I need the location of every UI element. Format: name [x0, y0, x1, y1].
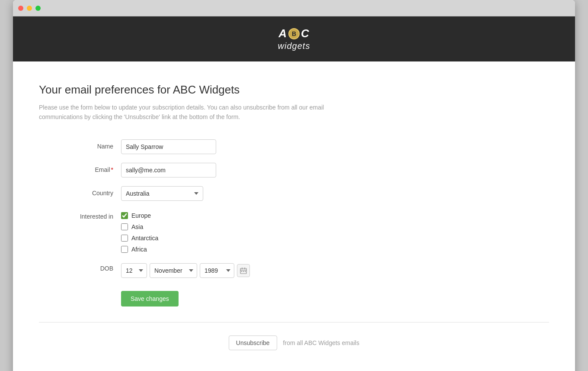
checkbox-europe[interactable]: Europe	[121, 212, 158, 219]
logo: A B C widgets	[278, 27, 310, 51]
email-row: Email*	[65, 163, 549, 177]
checkbox-europe-label: Europe	[131, 212, 151, 219]
page-description: Please use the form below to update your…	[39, 103, 342, 122]
unsubscribe-text: from all ABC Widgets emails	[283, 339, 360, 346]
save-spacer	[65, 287, 121, 290]
checkbox-asia-label: Asia	[131, 223, 143, 230]
dob-day-select[interactable]: 12 123 456 789 1011 131415 161718 192021…	[121, 263, 147, 278]
close-dot[interactable]	[18, 6, 23, 11]
save-row: Save changes	[65, 287, 549, 309]
dob-label: DOB	[65, 261, 121, 272]
checkbox-africa-input[interactable]	[121, 246, 128, 253]
email-input[interactable]	[121, 163, 216, 177]
checkbox-asia[interactable]: Asia	[121, 223, 158, 230]
site-header: A B C widgets	[13, 16, 575, 61]
calendar-icon[interactable]	[237, 264, 250, 277]
unsubscribe-button[interactable]: Unsubscribe	[229, 336, 277, 350]
checkbox-asia-input[interactable]	[121, 223, 128, 230]
checkbox-africa[interactable]: Africa	[121, 246, 158, 253]
svg-rect-6	[245, 271, 246, 272]
dob-row: DOB 12 123 456 789 1011 131415 161718 19…	[65, 261, 549, 278]
interested-label: Interested in	[65, 210, 121, 220]
save-button[interactable]: Save changes	[121, 291, 179, 306]
name-row: Name	[65, 139, 549, 154]
logo-top: A B C	[278, 27, 310, 40]
name-input[interactable]	[121, 139, 216, 154]
page-title: Your email preferences for ABC Widgets	[39, 83, 549, 97]
page-wrapper: A B C widgets Your email preferences for…	[13, 16, 575, 371]
interested-row: Interested in Europe Asia Antarctica	[65, 210, 549, 253]
country-label: Country	[65, 186, 121, 197]
minimize-dot[interactable]	[27, 6, 32, 11]
country-select[interactable]: Australia United Kingdom United States C…	[121, 186, 203, 201]
checkbox-antarctica-label: Antarctica	[131, 235, 158, 242]
logo-letter-a: A	[278, 27, 287, 40]
logo-coin: B	[288, 28, 300, 39]
checkbox-africa-label: Africa	[131, 246, 147, 253]
logo-subtitle: widgets	[278, 41, 310, 51]
svg-rect-4	[241, 271, 242, 272]
dob-fields: 12 123 456 789 1011 131415 161718 192021…	[121, 261, 250, 278]
browser-chrome	[13, 0, 575, 16]
logo-letter-c: C	[301, 27, 310, 40]
form-section: Name Email* Country Australia United Kin…	[65, 139, 549, 309]
checkbox-antarctica[interactable]: Antarctica	[121, 235, 158, 242]
maximize-dot[interactable]	[35, 6, 41, 11]
divider	[39, 322, 549, 323]
svg-rect-5	[243, 271, 244, 272]
browser-frame: A B C widgets Your email preferences for…	[13, 0, 575, 371]
main-content: Your email preferences for ABC Widgets P…	[13, 61, 575, 371]
required-indicator: *	[111, 166, 113, 173]
checkboxes-group: Europe Asia Antarctica Africa	[121, 210, 158, 253]
checkbox-europe-input[interactable]	[121, 212, 128, 219]
email-label: Email*	[65, 163, 121, 173]
name-label: Name	[65, 139, 121, 150]
footer-section: Unsubscribe from all ABC Widgets emails	[39, 336, 549, 359]
dob-month-select[interactable]: January February March April May June Ju…	[150, 263, 197, 278]
country-row: Country Australia United Kingdom United …	[65, 186, 549, 201]
dob-year-select[interactable]: 1980 1981 1982 1983 1984 1985 1986 1987 …	[200, 263, 234, 278]
checkbox-antarctica-input[interactable]	[121, 235, 128, 242]
